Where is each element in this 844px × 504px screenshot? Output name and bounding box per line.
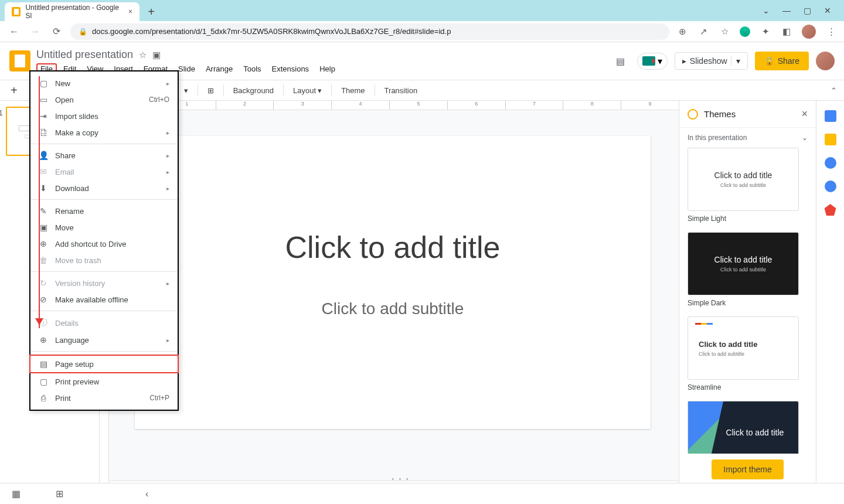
browser-tab[interactable]: Untitled presentation - Google Sl × [5, 2, 139, 21]
share-url-icon[interactable]: ↗ [697, 26, 709, 38]
close-tab-icon[interactable]: × [128, 8, 132, 16]
slideshow-label: Slideshow [690, 56, 727, 66]
menu-help[interactable]: Help [315, 63, 339, 74]
menu-language[interactable]: ⊕Language▸ [30, 332, 178, 348]
resize-grip[interactable] [389, 476, 413, 479]
menu-move[interactable]: ▣Move [30, 219, 178, 236]
filmstrip-view-icon[interactable]: ⊞ [56, 488, 63, 499]
maximize-icon[interactable]: ▢ [804, 6, 811, 15]
grid-view-icon[interactable]: ▦ [12, 488, 21, 499]
menu-open[interactable]: ▭OpenCtrl+O [30, 91, 178, 108]
theme-streamline[interactable]: Click to add titleClick to add subtitle … [688, 316, 808, 397]
background-button[interactable]: Background [229, 84, 278, 97]
maps-icon[interactable] [825, 204, 836, 216]
globe-icon: ⊕ [39, 335, 48, 345]
import-icon: ⇥ [39, 111, 48, 121]
star-icon[interactable]: ☆ [139, 50, 147, 60]
email-icon: ✉ [39, 167, 48, 176]
slides-logo[interactable] [9, 50, 30, 71]
minimize-icon[interactable]: — [782, 6, 791, 15]
rename-icon: ✎ [39, 206, 48, 216]
lock-icon: 🔒 [79, 28, 87, 36]
transition-button[interactable]: Transition [380, 84, 423, 97]
theme-simple-light[interactable]: Click to add titleClick to add subtitle … [688, 148, 808, 229]
print-icon: ⎙ [39, 393, 48, 403]
new-tab-button[interactable]: + [143, 4, 159, 20]
shortcut-icon: ⊕ [39, 239, 48, 248]
menu-download[interactable]: ⬇Download▸ [30, 180, 178, 196]
profile-avatar[interactable] [802, 25, 816, 39]
tasks-icon[interactable] [825, 157, 836, 169]
chevron-down-icon[interactable]: ⌄ [763, 6, 770, 15]
calendar-icon[interactable] [825, 110, 836, 122]
zoom-icon[interactable]: ⊕ [676, 26, 688, 38]
menu-arrange[interactable]: Arrange [202, 63, 237, 74]
history-icon: ↻ [39, 278, 48, 288]
account-avatar[interactable] [816, 52, 835, 70]
meet-button[interactable]: ▾ [637, 53, 668, 70]
themes-panel: Themes × In this presentation ⌄ Click to… [679, 101, 816, 504]
slide-title-placeholder[interactable]: Click to add title [164, 218, 621, 277]
bookmark-icon[interactable]: ☆ [719, 26, 730, 38]
import-theme-button[interactable]: Import theme [712, 459, 783, 479]
chevron-down-icon[interactable]: ▾ [731, 56, 740, 66]
menu-new[interactable]: ▢New▸ [30, 75, 178, 91]
menu-import-slides[interactable]: ⇥Import slides [30, 108, 178, 124]
themes-subtitle: In this presentation [688, 134, 747, 142]
menu-extensions[interactable]: Extensions [268, 63, 314, 74]
menu-page-setup[interactable]: ▤Page setup [29, 355, 179, 373]
move-icon: ▣ [39, 223, 48, 232]
zoom-dropdown[interactable]: ▾ [179, 84, 193, 97]
menu-share[interactable]: 👤Share▸ [30, 147, 178, 164]
kebab-menu-icon[interactable]: ⋮ [825, 26, 837, 38]
textbox-icon[interactable]: ⊞ [203, 84, 219, 97]
sidepanel-icon[interactable]: ◧ [781, 26, 792, 38]
back-button[interactable]: ← [7, 25, 21, 39]
menu-rename[interactable]: ✎Rename [30, 203, 178, 219]
url-bar[interactable]: 🔒 docs.google.com/presentation/d/1_5dxk7… [70, 23, 669, 40]
lock-icon: 🔒 [764, 56, 774, 66]
comments-icon[interactable]: ▤ [611, 52, 630, 70]
camera-icon [642, 56, 655, 66]
menu-make-copy[interactable]: ⿻Make a copy▸ [30, 124, 178, 141]
address-bar: ← → ⟳ 🔒 docs.google.com/presentation/d/1… [0, 21, 844, 42]
extensions-icon[interactable]: ✦ [760, 26, 771, 38]
keep-icon[interactable] [825, 134, 836, 145]
slide-subtitle-placeholder[interactable]: Click to add subtitle [193, 294, 592, 323]
menu-print[interactable]: ⎙PrintCtrl+P [30, 390, 178, 406]
menu-add-shortcut[interactable]: ⊕Add shortcut to Drive [30, 236, 178, 252]
theme-button[interactable]: Theme [336, 84, 369, 97]
close-window-icon[interactable]: ✕ [824, 6, 831, 15]
slides-favicon [12, 7, 21, 16]
layout-button[interactable]: Layout▾ [288, 84, 326, 97]
move-folder-icon[interactable]: ▣ [152, 50, 161, 60]
offline-icon: ⊘ [39, 295, 48, 304]
menu-tools[interactable]: Tools [239, 63, 265, 74]
new-slide-button[interactable]: + [6, 81, 22, 100]
menu-offline[interactable]: ⊘Make available offline [30, 291, 178, 308]
forward-button[interactable]: → [28, 25, 42, 39]
chevron-down-icon[interactable]: ⌄ [802, 134, 808, 142]
browser-tab-bar: Untitled presentation - Google Sl × + ⌄ … [0, 0, 844, 21]
theme-list[interactable]: Click to add titleClick to add subtitle … [679, 148, 816, 454]
download-icon: ⬇ [39, 183, 48, 193]
theme-simple-dark[interactable]: Click to add titleClick to add subtitle … [688, 232, 808, 313]
collapse-filmstrip-icon[interactable]: ‹ [145, 489, 148, 499]
share-button[interactable]: 🔒 Share [755, 52, 809, 70]
share-label: Share [778, 56, 799, 66]
slide-canvas[interactable]: Click to add title Click to add subtitle [135, 136, 651, 429]
contacts-icon[interactable] [825, 181, 836, 192]
copy-icon: ⿻ [39, 128, 48, 137]
grammarly-icon[interactable] [740, 26, 750, 37]
theme-focus[interactable]: Click to add title Focus [688, 401, 808, 454]
reload-button[interactable]: ⟳ [49, 25, 63, 39]
preview-icon: ▢ [39, 377, 48, 386]
menu-email: ✉Email▸ [30, 164, 178, 180]
menu-print-preview[interactable]: ▢Print preview [30, 373, 178, 390]
doc-title[interactable]: Untitled presentation [36, 49, 133, 61]
slideshow-button[interactable]: ▸ Slideshow ▾ [675, 52, 748, 70]
file-menu-dropdown: ▢New▸ ▭OpenCtrl+O ⇥Import slides ⿻Make a… [29, 70, 179, 411]
close-panel-icon[interactable]: × [801, 108, 808, 120]
share-icon: 👤 [39, 151, 48, 160]
collapse-toolbar-icon[interactable]: ⌃ [831, 86, 837, 95]
